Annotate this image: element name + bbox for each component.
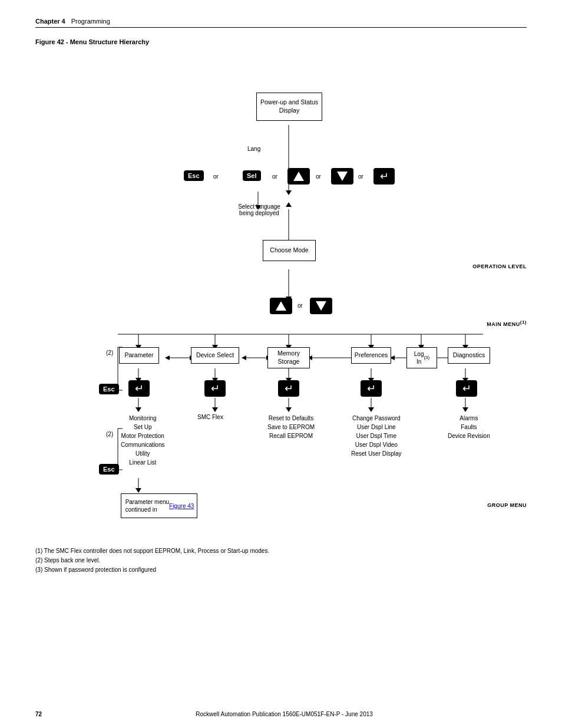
diagram: Power-up and Status Display Lang Esc or …	[35, 57, 527, 541]
parameter-items-label: MonitoringSet UpMotor ProtectionCommunic…	[121, 414, 164, 467]
main-menu-label: MAIN MENU(1)	[487, 319, 527, 327]
enter-button-device-select[interactable]: ↵	[204, 380, 226, 397]
svg-marker-47	[286, 407, 292, 412]
power-up-box: Power-up and Status Display	[256, 93, 322, 121]
svg-marker-39	[135, 407, 141, 412]
enter-button-diagnostics[interactable]: ↵	[456, 380, 477, 397]
esc-button-bottom[interactable]: Esc	[99, 464, 119, 475]
figure-43-link[interactable]: Figure 43	[169, 502, 194, 510]
svg-marker-43	[212, 407, 218, 412]
up-arrow-icon	[293, 172, 304, 181]
svg-marker-55	[462, 407, 468, 412]
footer-center: Rockwell Automation Publication 1560E-UM…	[196, 711, 373, 717]
preferences-box: Preferences	[351, 347, 391, 364]
num2-bot-label: (2)	[106, 431, 113, 437]
down-arrow-icon	[337, 172, 348, 181]
prefs-items-label: Change PasswordUser Dspl LineUser Dspl T…	[351, 414, 402, 458]
diag-items-label: AlarmsFaultsDevice Revision	[448, 414, 490, 440]
footnote-3: (3) Shown if password protection is conf…	[35, 565, 527, 575]
enter-button-preferences[interactable]: ↵	[361, 380, 382, 397]
choose-mode-box: Choose Mode	[263, 240, 316, 261]
footnote-1: (1) The SMC Flex controller does not sup…	[35, 546, 527, 556]
num2-top-label: (2)	[106, 350, 113, 356]
log-in-box: LogIn(3)	[406, 347, 437, 368]
diagnostics-box: Diagnostics	[448, 347, 490, 364]
operation-level-label: OPERATION LEVEL	[472, 263, 527, 269]
chapter-label: Chapter 4	[35, 18, 65, 25]
svg-marker-25	[242, 355, 246, 360]
select-language-label: Select languagebeing deployed	[233, 203, 285, 216]
parameter-box: Parameter	[119, 347, 159, 364]
or-down-enter: or	[358, 173, 363, 180]
page-number: 72	[35, 711, 42, 717]
memory-storage-box: Memory Storage	[267, 347, 310, 368]
or-up-down: or	[316, 173, 321, 180]
enter-button-memory-storage[interactable]: ↵	[278, 380, 299, 397]
or-esc-sel: or	[213, 173, 219, 180]
up-arrow-main-icon	[276, 301, 286, 311]
or-main-nav: or	[297, 302, 303, 309]
smc-flex-label: SMC Flex	[197, 414, 223, 420]
figure-title: Figure 42 - Menu Structure Hierarchy	[35, 38, 527, 45]
nav-down-button-main[interactable]	[310, 298, 332, 314]
group-menu-label: GROUP MENU	[487, 502, 527, 508]
or-sel-up: or	[272, 173, 277, 180]
footnotes: (1) The SMC Flex controller does not sup…	[35, 546, 527, 575]
down-arrow-main-icon	[316, 301, 326, 311]
chapter-title: Programming	[71, 18, 110, 25]
svg-marker-3	[286, 202, 292, 207]
footer: 72 Rockwell Automation Publication 1560E…	[0, 711, 562, 717]
footnote-2: (2) Steps back one level.	[35, 556, 527, 565]
esc-button-top[interactable]: Esc	[99, 384, 119, 394]
device-select-box: Device Select	[191, 347, 239, 364]
nav-up-button-top[interactable]	[287, 168, 310, 185]
svg-marker-22	[165, 355, 170, 360]
nav-down-button-top[interactable]	[331, 168, 353, 185]
esc-button[interactable]: Esc	[184, 170, 204, 181]
lang-label: Lang	[247, 146, 260, 152]
svg-marker-63	[135, 488, 141, 493]
enter-button-top[interactable]: ↵	[373, 168, 395, 185]
enter-button-parameter[interactable]: ↵	[128, 380, 150, 397]
param-menu-continued-box: Parameter menucontinued in Figure 43	[121, 493, 197, 518]
svg-marker-1	[286, 190, 292, 195]
sel-button[interactable]: Sel	[243, 170, 261, 181]
memory-items-label: Reset to DefaultsSave to EEPROMRecall EE…	[267, 414, 315, 440]
svg-marker-51	[368, 407, 374, 412]
nav-up-button-main[interactable]	[270, 298, 292, 314]
header: Chapter 4 Programming	[35, 18, 527, 28]
